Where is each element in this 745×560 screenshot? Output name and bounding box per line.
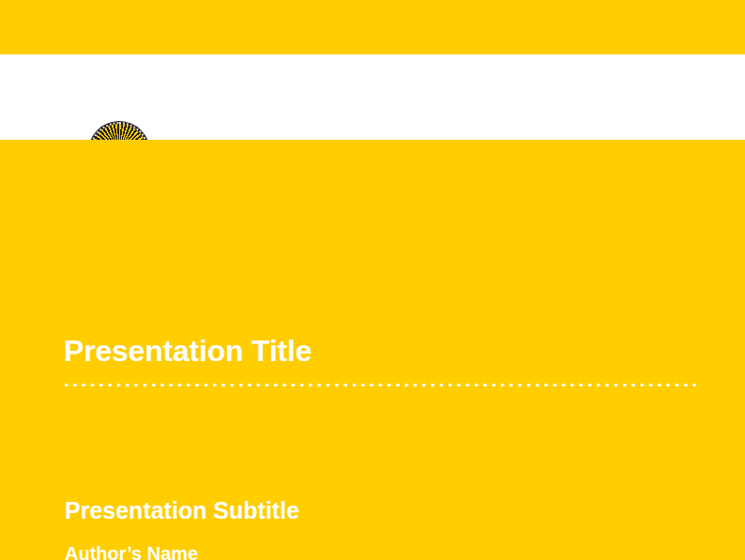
- slide-title: Presentation Title: [64, 333, 312, 369]
- title-slide: Utrecht University Presentation Title Pr…: [0, 0, 745, 560]
- header-band: Utrecht University: [0, 54, 745, 140]
- top-accent-band: [0, 0, 745, 54]
- slide-author: Author’s Name: [65, 541, 198, 560]
- slide-body: Presentation Title Presentation Subtitle…: [0, 140, 745, 560]
- dotted-divider: [64, 383, 700, 387]
- slide-subtitle: Presentation Subtitle: [65, 496, 299, 524]
